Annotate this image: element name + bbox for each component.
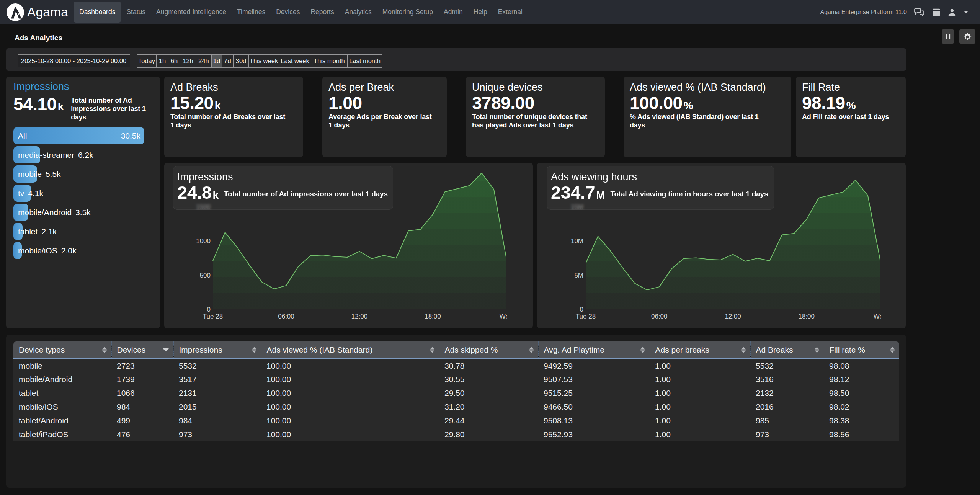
sort-desc-icon [163, 348, 169, 351]
column-header-devices[interactable]: Devices [111, 341, 173, 359]
span-shape [815, 351, 819, 353]
column-header-label: Ads per breaks [655, 345, 709, 354]
kpi-title: Fill Rate [802, 81, 900, 93]
nav-item-augmented-intelligence[interactable]: Augmented Intelligence [151, 0, 232, 24]
range-button-today[interactable]: Today [137, 54, 157, 68]
kpi-suffix: % [846, 100, 856, 112]
table-cell: 98.08 [824, 359, 899, 372]
chart-title: Ads wiewing hours [551, 171, 774, 183]
range-button-24h[interactable]: 24h [196, 54, 212, 68]
path-shape [920, 11, 924, 16]
column-header-impressions[interactable]: Impressions [173, 341, 261, 359]
svg-shape [964, 11, 969, 14]
impressions-card-title[interactable]: Impressions [13, 80, 153, 93]
svg-shape [946, 34, 951, 39]
platform-label: Agama Enterprise Platform 11.0 [820, 9, 907, 16]
brand[interactable]: Agama [6, 3, 68, 21]
column-header-ad-breaks[interactable]: Ad Breaks [750, 341, 824, 359]
table-cell: 2723 [111, 359, 173, 372]
column-header-device-types[interactable]: Device types [13, 341, 111, 359]
range-button-6h[interactable]: 6h [168, 54, 180, 68]
table-cell: 499 [111, 414, 173, 428]
table-cell: 2015 [173, 400, 261, 414]
nav-item-analytics[interactable]: Analytics [340, 0, 377, 24]
bar-value: 6.2k [78, 150, 93, 159]
x-axis-label: 18:00 [420, 313, 446, 320]
span-shape [815, 347, 819, 350]
y-axis-label: 1000 [188, 237, 211, 245]
caret-down-icon[interactable] [964, 11, 969, 14]
x-axis-label: Tue 28 [572, 313, 599, 320]
nav-item-reports[interactable]: Reports [305, 0, 339, 24]
nav-item-timelines[interactable]: Timelines [232, 0, 271, 24]
y-axis-label: 5M [560, 272, 583, 279]
range-button-30d[interactable]: 30d [233, 54, 249, 68]
nav-item-dashboards[interactable]: Dashboards [74, 2, 121, 23]
nav-item-admin[interactable]: Admin [438, 0, 468, 24]
column-header-label: Ads skipped % [445, 345, 498, 354]
column-header-ads-viewed-iab-standard-[interactable]: Ads viewed % (IAB Standard) [261, 341, 439, 359]
nav-item-monitoring-setup[interactable]: Monitoring Setup [377, 0, 438, 24]
window-icon[interactable] [932, 8, 941, 16]
table-cell: 29.44 [439, 414, 538, 428]
div-shape: 1.00 [328, 93, 441, 113]
page-title: Ads Analytics [15, 34, 62, 42]
kpi-description: Average Ads per Break over last 1 days [328, 113, 437, 129]
range-button-1d[interactable]: 1d [211, 54, 222, 68]
impressions-bar-tv[interactable]: tv4.1k [13, 185, 144, 202]
column-header-avg-ad-playtime[interactable]: Avg. Ad Playtime [538, 341, 650, 359]
table-cell: 1066 [111, 386, 173, 400]
kpi-card-ads-per-break: Ads per Break1.00Average Ads per Break o… [322, 77, 447, 157]
nav-item-help[interactable]: Help [468, 0, 493, 24]
svg-shape [963, 33, 972, 41]
chart-header-overlay: Impressions24.8kTotal number of Ad impre… [173, 166, 393, 210]
x-axis-label: 18:00 [793, 313, 820, 320]
table-cell: 1.00 [650, 386, 750, 400]
nav-item-status[interactable]: Status [121, 0, 151, 24]
range-button-1h[interactable]: 1h [156, 54, 168, 68]
impressions-bar-mobile-android[interactable]: mobile/Android3.5k [13, 204, 144, 221]
y-axis-label: 0 [560, 306, 583, 314]
range-button-last-month[interactable]: Last month [347, 54, 382, 68]
column-header-ads-per-breaks[interactable]: Ads per breaks [650, 341, 750, 359]
range-button-this-month[interactable]: This month [311, 54, 348, 68]
kpi-title: Unique devices [472, 81, 599, 93]
table-row-tablet-ipados: tablet/iPadOS476973100.0029.809552.931.0… [13, 428, 899, 441]
table-cell: 3516 [750, 372, 824, 386]
impressions-bar-all[interactable]: All30.5k [13, 127, 144, 144]
chat-icon[interactable] [914, 8, 925, 17]
impressions-bar-mobile[interactable]: mobile5.5k [13, 165, 144, 183]
kpi-card-fill-rate: Fill Rate98.19%Ad Fill rate over last 1 … [796, 77, 906, 157]
span-shape [252, 351, 256, 353]
span-shape [252, 347, 256, 350]
kpi-description: Ad Fill rate over last 1 days [802, 113, 898, 121]
range-button-last-week[interactable]: Last week [279, 54, 311, 68]
time-range-bar: Today1h6h12h24h1d7d30dThis weekLast week… [6, 48, 906, 71]
column-header-fill-rate-[interactable]: Fill rate % [824, 341, 899, 359]
table-cell: 1739 [111, 372, 173, 386]
user-icon[interactable] [948, 8, 956, 16]
sort-icon [430, 347, 434, 353]
chart-description: Total number of Ad impressions over last… [224, 190, 388, 198]
range-button-7d[interactable]: 7d [222, 54, 234, 68]
range-button-12h[interactable]: 12h [180, 54, 196, 68]
column-header-ads-skipped-[interactable]: Ads skipped % [439, 341, 538, 359]
svg-shape [948, 8, 956, 16]
settings-button[interactable] [959, 29, 975, 44]
chart-header-overlay: Ads wiewing hours234.7MTotal Ad viewing … [547, 166, 774, 210]
rect-shape [949, 34, 950, 39]
table-cell: 9507.53 [538, 372, 650, 386]
table-cell: 9552.93 [538, 428, 650, 441]
impressions-bar-mobile-ios[interactable]: mobile/iOS2.0k [13, 242, 144, 259]
nav-item-devices[interactable]: Devices [271, 0, 305, 24]
date-range-input[interactable] [18, 54, 130, 67]
circle-shape [966, 35, 969, 38]
pause-button[interactable] [942, 29, 954, 44]
span-shape [640, 347, 645, 350]
nav-item-external[interactable]: External [493, 0, 528, 24]
impressions-bar-media-streamer[interactable]: media-streamer6.2k [13, 146, 144, 163]
impressions-bar-tablet[interactable]: tablet2.1k [13, 223, 144, 240]
range-button-this-week[interactable]: This week [248, 54, 279, 68]
path-shape [964, 11, 968, 13]
device-table: Device typesDevicesImpressionsAds viewed… [13, 341, 899, 441]
